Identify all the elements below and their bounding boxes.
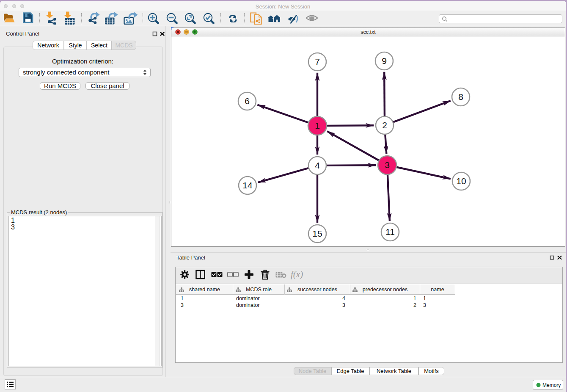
svg-text:1: 1 — [315, 121, 320, 130]
svg-text:3: 3 — [385, 160, 390, 170]
svg-text:8: 8 — [458, 92, 463, 102]
svg-text:2: 2 — [382, 120, 387, 130]
svg-text:11: 11 — [385, 227, 395, 237]
svg-text:7: 7 — [315, 57, 320, 66]
svg-text:4: 4 — [315, 160, 320, 170]
svg-text:14: 14 — [242, 180, 253, 190]
svg-text:15: 15 — [312, 229, 322, 238]
svg-text:6: 6 — [245, 96, 250, 106]
svg-text:10: 10 — [456, 176, 466, 186]
svg-text:9: 9 — [382, 56, 387, 66]
